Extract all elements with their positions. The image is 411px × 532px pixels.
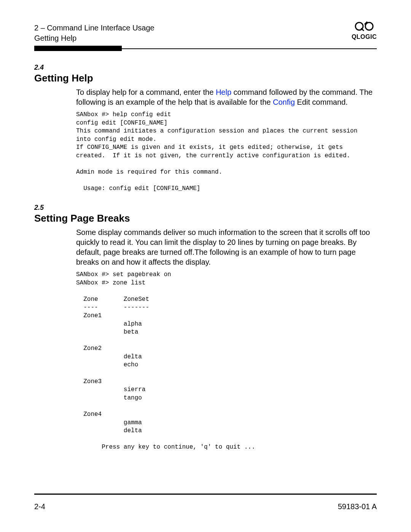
- footer-rule: [34, 494, 377, 495]
- header-line1: 2 – Command Line Interface Usage: [34, 23, 155, 33]
- code-block: SANbox #> set pagebreak on SANbox #> zon…: [76, 271, 377, 452]
- paragraph: Some display commands deliver so much in…: [76, 227, 377, 267]
- text: Edit command.: [295, 98, 348, 106]
- paragraph: To display help for a command, enter the…: [76, 87, 377, 107]
- section-title: Setting Page Breaks: [34, 212, 377, 224]
- section-title: Getting Help: [34, 72, 377, 84]
- svg-point-2: [365, 22, 373, 30]
- section-number: 2.5: [34, 204, 377, 212]
- brand-name: QLOGIC: [352, 34, 377, 40]
- help-link[interactable]: Help: [216, 88, 231, 96]
- code-block: SANbox #> help config edit config edit […: [76, 111, 377, 193]
- header-text: 2 – Command Line Interface Usage Getting…: [34, 23, 155, 43]
- text: To display help for a command, enter the: [76, 88, 216, 96]
- doc-number: 59183-01 A: [338, 502, 377, 511]
- page-number: 2-4: [34, 502, 45, 511]
- section-2-5: 2.5 Setting Page Breaks Some display com…: [34, 204, 377, 452]
- brand-logo: QLOGIC: [352, 21, 377, 40]
- qlogic-glyph-icon: [354, 21, 374, 31]
- section-body: Some display commands deliver so much in…: [76, 227, 377, 452]
- section-2-4: 2.4 Getting Help To display help for a c…: [34, 64, 377, 193]
- config-link[interactable]: Config: [273, 98, 295, 106]
- header-rule: [34, 48, 377, 49]
- header-line2: Getting Help: [34, 33, 155, 43]
- page-header: 2 – Command Line Interface Usage Getting…: [34, 23, 377, 43]
- section-number: 2.4: [34, 64, 377, 72]
- page-footer: 2-4 59183-01 A: [34, 502, 377, 511]
- section-body: To display help for a command, enter the…: [76, 87, 377, 193]
- page: 2 – Command Line Interface Usage Getting…: [0, 0, 411, 532]
